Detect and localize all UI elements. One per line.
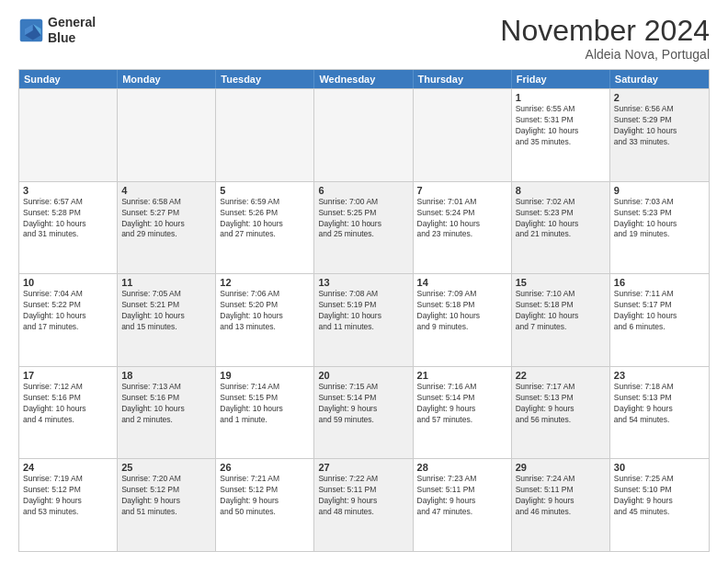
day-cell-11: 11Sunrise: 7:05 AM Sunset: 5:21 PM Dayli…	[118, 274, 216, 366]
empty-cell	[216, 89, 314, 181]
day-number: 27	[318, 462, 408, 473]
day-header-monday: Monday	[118, 70, 216, 88]
location: Aldeia Nova, Portugal	[500, 47, 710, 62]
day-cell-29: 29Sunrise: 7:24 AM Sunset: 5:11 PM Dayli…	[512, 459, 610, 551]
day-cell-24: 24Sunrise: 7:19 AM Sunset: 5:12 PM Dayli…	[19, 459, 118, 551]
day-number: 4	[121, 185, 211, 196]
day-number: 19	[220, 370, 310, 381]
day-cell-23: 23Sunrise: 7:18 AM Sunset: 5:13 PM Dayli…	[610, 367, 709, 459]
day-number: 29	[516, 462, 606, 473]
logo-line1: General	[48, 15, 96, 30]
day-number: 5	[220, 185, 310, 196]
day-cell-17: 17Sunrise: 7:12 AM Sunset: 5:16 PM Dayli…	[19, 367, 118, 459]
day-cell-10: 10Sunrise: 7:04 AM Sunset: 5:22 PM Dayli…	[19, 274, 118, 366]
day-info: Sunrise: 7:24 AM Sunset: 5:11 PM Dayligh…	[516, 474, 606, 518]
empty-cell	[314, 89, 413, 181]
day-cell-21: 21Sunrise: 7:16 AM Sunset: 5:14 PM Dayli…	[414, 367, 512, 459]
day-number: 12	[220, 277, 310, 288]
day-cell-12: 12Sunrise: 7:06 AM Sunset: 5:20 PM Dayli…	[216, 274, 314, 366]
day-number: 25	[121, 462, 211, 473]
day-number: 26	[220, 462, 310, 473]
day-number: 13	[318, 277, 408, 288]
day-cell-14: 14Sunrise: 7:09 AM Sunset: 5:18 PM Dayli…	[414, 274, 512, 366]
day-header-wednesday: Wednesday	[314, 70, 413, 88]
day-cell-6: 6Sunrise: 7:00 AM Sunset: 5:25 PM Daylig…	[314, 182, 413, 274]
page: General Blue November 2024 Aldeia Nova, …	[0, 0, 728, 563]
empty-cell	[414, 89, 512, 181]
day-number: 22	[516, 370, 606, 381]
day-cell-26: 26Sunrise: 7:21 AM Sunset: 5:12 PM Dayli…	[216, 459, 314, 551]
day-info: Sunrise: 7:10 AM Sunset: 5:18 PM Dayligh…	[516, 289, 606, 333]
day-number: 2	[614, 92, 705, 103]
day-info: Sunrise: 7:15 AM Sunset: 5:14 PM Dayligh…	[318, 382, 408, 426]
day-number: 7	[417, 185, 507, 196]
day-header-sunday: Sunday	[19, 70, 118, 88]
empty-cell	[19, 89, 118, 181]
day-number: 30	[614, 462, 705, 473]
day-info: Sunrise: 7:00 AM Sunset: 5:25 PM Dayligh…	[318, 197, 408, 241]
day-number: 9	[614, 185, 705, 196]
day-cell-5: 5Sunrise: 6:59 AM Sunset: 5:26 PM Daylig…	[216, 182, 314, 274]
day-info: Sunrise: 7:01 AM Sunset: 5:24 PM Dayligh…	[417, 197, 507, 241]
day-cell-18: 18Sunrise: 7:13 AM Sunset: 5:16 PM Dayli…	[118, 367, 216, 459]
day-cell-1: 1Sunrise: 6:55 AM Sunset: 5:31 PM Daylig…	[512, 89, 610, 181]
day-info: Sunrise: 7:03 AM Sunset: 5:23 PM Dayligh…	[614, 197, 705, 241]
day-info: Sunrise: 7:16 AM Sunset: 5:14 PM Dayligh…	[417, 382, 507, 426]
day-header-tuesday: Tuesday	[216, 70, 314, 88]
day-info: Sunrise: 7:20 AM Sunset: 5:12 PM Dayligh…	[121, 474, 211, 518]
week-row-4: 17Sunrise: 7:12 AM Sunset: 5:16 PM Dayli…	[19, 366, 709, 459]
day-info: Sunrise: 7:17 AM Sunset: 5:13 PM Dayligh…	[516, 382, 606, 426]
day-cell-19: 19Sunrise: 7:14 AM Sunset: 5:15 PM Dayli…	[216, 367, 314, 459]
day-number: 16	[614, 277, 705, 288]
logo-text: General Blue	[48, 15, 96, 46]
day-info: Sunrise: 7:14 AM Sunset: 5:15 PM Dayligh…	[220, 382, 310, 426]
day-number: 1	[516, 92, 606, 103]
day-cell-2: 2Sunrise: 6:56 AM Sunset: 5:29 PM Daylig…	[610, 89, 709, 181]
day-cell-13: 13Sunrise: 7:08 AM Sunset: 5:19 PM Dayli…	[314, 274, 413, 366]
day-number: 3	[23, 185, 113, 196]
day-info: Sunrise: 7:19 AM Sunset: 5:12 PM Dayligh…	[23, 474, 113, 518]
day-number: 15	[516, 277, 606, 288]
day-cell-7: 7Sunrise: 7:01 AM Sunset: 5:24 PM Daylig…	[414, 182, 512, 274]
day-cell-3: 3Sunrise: 6:57 AM Sunset: 5:28 PM Daylig…	[19, 182, 118, 274]
day-info: Sunrise: 7:06 AM Sunset: 5:20 PM Dayligh…	[220, 289, 310, 333]
day-number: 17	[23, 370, 113, 381]
day-info: Sunrise: 7:09 AM Sunset: 5:18 PM Dayligh…	[417, 289, 507, 333]
day-info: Sunrise: 7:18 AM Sunset: 5:13 PM Dayligh…	[614, 382, 705, 426]
day-info: Sunrise: 7:12 AM Sunset: 5:16 PM Dayligh…	[23, 382, 113, 426]
calendar: SundayMondayTuesdayWednesdayThursdayFrid…	[18, 69, 710, 552]
empty-cell	[118, 89, 216, 181]
day-number: 6	[318, 185, 408, 196]
day-number: 14	[417, 277, 507, 288]
day-info: Sunrise: 6:56 AM Sunset: 5:29 PM Dayligh…	[614, 104, 705, 148]
day-cell-20: 20Sunrise: 7:15 AM Sunset: 5:14 PM Dayli…	[314, 367, 413, 459]
day-number: 18	[121, 370, 211, 381]
day-cell-30: 30Sunrise: 7:25 AM Sunset: 5:10 PM Dayli…	[610, 459, 709, 551]
day-info: Sunrise: 7:05 AM Sunset: 5:21 PM Dayligh…	[121, 289, 211, 333]
day-number: 28	[417, 462, 507, 473]
day-info: Sunrise: 7:13 AM Sunset: 5:16 PM Dayligh…	[121, 382, 211, 426]
day-number: 10	[23, 277, 113, 288]
day-info: Sunrise: 6:57 AM Sunset: 5:28 PM Dayligh…	[23, 197, 113, 241]
day-info: Sunrise: 6:59 AM Sunset: 5:26 PM Dayligh…	[220, 197, 310, 241]
day-header-thursday: Thursday	[414, 70, 512, 88]
logo-line2: Blue	[48, 30, 96, 46]
header: General Blue November 2024 Aldeia Nova, …	[18, 15, 710, 62]
day-number: 23	[614, 370, 705, 381]
title-block: November 2024 Aldeia Nova, Portugal	[500, 15, 710, 62]
logo-icon	[18, 17, 44, 43]
day-info: Sunrise: 7:23 AM Sunset: 5:11 PM Dayligh…	[417, 474, 507, 518]
day-info: Sunrise: 6:55 AM Sunset: 5:31 PM Dayligh…	[516, 104, 606, 148]
day-info: Sunrise: 7:25 AM Sunset: 5:10 PM Dayligh…	[614, 474, 705, 518]
day-number: 8	[516, 185, 606, 196]
day-info: Sunrise: 7:02 AM Sunset: 5:23 PM Dayligh…	[516, 197, 606, 241]
day-cell-4: 4Sunrise: 6:58 AM Sunset: 5:27 PM Daylig…	[118, 182, 216, 274]
day-cell-25: 25Sunrise: 7:20 AM Sunset: 5:12 PM Dayli…	[118, 459, 216, 551]
day-cell-28: 28Sunrise: 7:23 AM Sunset: 5:11 PM Dayli…	[414, 459, 512, 551]
day-cell-15: 15Sunrise: 7:10 AM Sunset: 5:18 PM Dayli…	[512, 274, 610, 366]
week-row-5: 24Sunrise: 7:19 AM Sunset: 5:12 PM Dayli…	[19, 458, 709, 551]
calendar-body: 1Sunrise: 6:55 AM Sunset: 5:31 PM Daylig…	[19, 88, 709, 551]
day-cell-22: 22Sunrise: 7:17 AM Sunset: 5:13 PM Dayli…	[512, 367, 610, 459]
day-cell-27: 27Sunrise: 7:22 AM Sunset: 5:11 PM Dayli…	[314, 459, 413, 551]
day-cell-16: 16Sunrise: 7:11 AM Sunset: 5:17 PM Dayli…	[610, 274, 709, 366]
